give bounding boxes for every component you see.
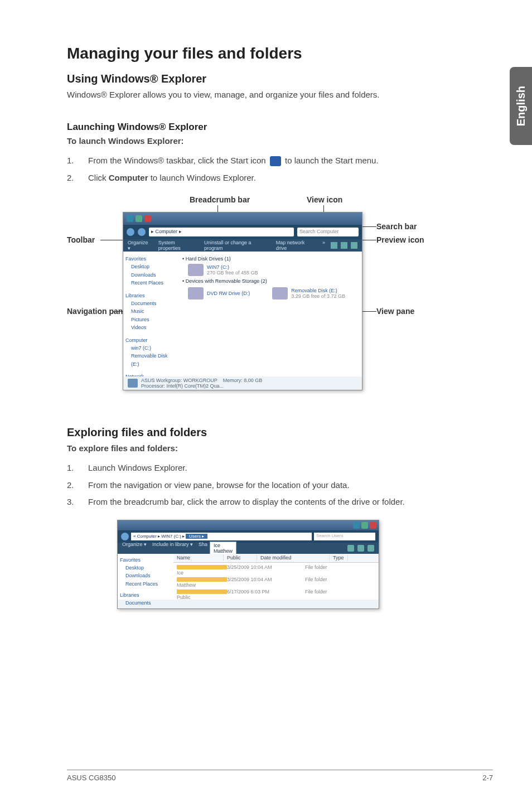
section-using-explorer-text: Windows® Explorer allows you to view, ma… [67,89,493,100]
breadcrumb: ▸ Computer ▸ [149,228,294,236]
minimize-icon [127,215,133,222]
step-1: 1. From the Windows® taskbar, click the … [67,154,493,167]
search-input: Search Computer [297,228,359,236]
address-bar: ▸ Computer ▸ Search Computer [123,225,362,239]
list-item: Matthew 3/25/2009 10:04 AM File folder [177,576,375,588]
help-icon [351,242,357,249]
annotated-screenshot-1: Breadcrumb bar View icon Toolbar Navigat… [67,195,468,407]
label-searchbar: Search bar [376,222,417,231]
titlebar-2 [118,520,379,530]
titlebar [123,212,362,225]
maximize-icon [136,215,142,222]
label-viewicon: View icon [307,195,342,204]
label-toolbar: Toolbar [67,235,95,244]
folder-icon [177,577,227,582]
drive-removable: Removable Disk (E:) 3.29 GB free of 3.72… [272,287,345,299]
launch-lead: To launch Windows Explorer: [67,135,493,147]
page-title: Managing your files and folders [67,45,493,62]
help-icon [367,545,374,552]
address-bar-2: « Computer ▸ WIN7 (C:) ▸ Users ▸ Search … [118,530,379,543]
windows-start-icon [270,156,281,166]
section-launching-heading: Launching Windows® Explorer [67,122,493,133]
list-item: Ice 3/25/2009 10:04 AM File folder [177,564,375,576]
toolbar-2: Organize ▾ Include in library ▾ Sha Ice … [118,543,379,554]
explore-step-2: 2. From the navigation or view pane, bro… [67,479,493,492]
minimize-icon [353,522,360,529]
back-icon [127,228,134,236]
page-footer: ASUS CG8350 2-7 [67,770,493,782]
label-previewicon: Preview icon [376,235,424,244]
computer-icon [128,379,138,388]
view-icon [347,545,354,552]
usb-icon [272,287,288,299]
dvd-icon [188,287,204,299]
column-headers: Name Public Date modified Type [173,554,379,563]
back-icon [121,533,129,540]
navigation-pane: Favorites Desktop Downloads Recent Place… [123,252,179,376]
footer-left: ASUS CG8350 [67,774,115,782]
preview-icon [357,545,364,552]
hdd-icon [188,264,204,276]
view-icon [331,242,337,249]
side-tab: English [510,67,532,145]
step-2: 2. Click Computer to launch Windows Expl… [67,172,493,185]
close-icon [144,215,151,222]
search-input-2: Search Users [314,533,375,540]
label-breadcrumb: Breadcrumb bar [190,195,250,204]
explore-lead: To explore files and folders: [67,442,493,454]
label-viewpane: View pane [376,307,414,316]
file-list: Name Public Date modified Type Ice 3/25/… [173,554,379,600]
section-exploring-heading: Exploring files and folders [67,426,493,439]
drive-c: WIN7 (C:) 270 GB free of 455 GB [188,264,359,276]
preview-icon [341,242,347,249]
drive-dvd: DVD RW Drive (D:) [188,287,250,299]
navigation-pane-2: Favorites Desktop Downloads Recent Place… [118,554,173,600]
explore-step-1: 1. Launch Windows Explorer. [67,462,493,475]
status-bar: ASUS Workgroup: WORKGROUP Memory: 8.00 G… [123,376,362,390]
view-pane: • Hard Disk Drives (1) WIN7 (C:) 270 GB … [179,252,362,376]
explore-step-3: 3. From the breadcrumb bar, click the ar… [67,496,493,509]
close-icon [370,522,376,529]
maximize-icon [361,522,368,529]
explorer-window: ▸ Computer ▸ Search Computer Organize ▾ … [123,212,362,390]
section-using-explorer-heading: Using Windows® Explorer [67,73,493,85]
breadcrumb-2: « Computer ▸ WIN7 (C:) ▸ Users ▸ [131,533,312,540]
folder-icon [177,590,227,594]
footer-right: 2-7 [482,774,493,782]
folder-icon [177,565,227,569]
toolbar: Organize ▾ System properties Uninstall o… [123,239,362,252]
forward-icon [138,228,146,236]
page-content: Managing your files and folders Using Wi… [0,0,532,631]
launch-steps: 1. From the Windows® taskbar, click the … [67,154,493,184]
list-item: Public 6/17/2009 6:03 PM File folder [177,588,375,601]
explorer-window-2: « Computer ▸ WIN7 (C:) ▸ Users ▸ Search … [117,520,379,609]
explore-steps: 1. Launch Windows Explorer. 2. From the … [67,462,493,509]
side-tab-label: English [515,86,528,126]
